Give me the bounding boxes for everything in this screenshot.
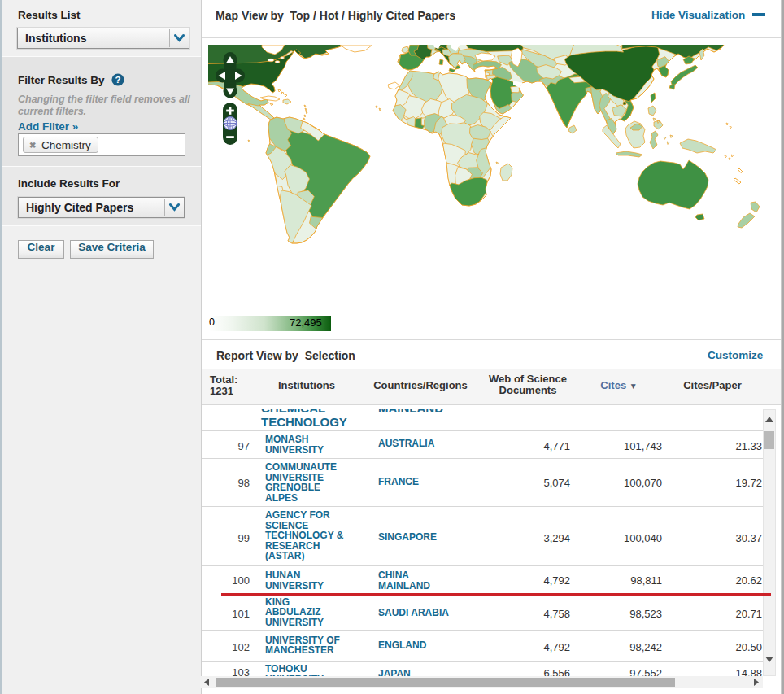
svg-text:?: ? bbox=[115, 75, 120, 85]
